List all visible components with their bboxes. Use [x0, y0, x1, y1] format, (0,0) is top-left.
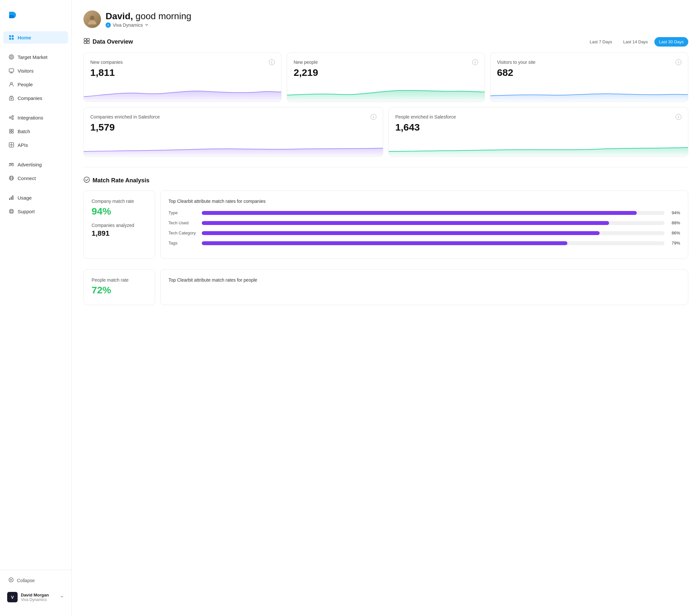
page-title: David, good morning [105, 11, 191, 22]
chart-people-sf [389, 137, 688, 156]
bar-row: Tech Used 88% [168, 220, 680, 225]
chart-new-companies [84, 82, 281, 102]
sidebar-item-visitors[interactable]: Visitors [3, 64, 68, 77]
bar-label: Tech Category [168, 231, 198, 235]
time-filter-30days[interactable]: Last 30 Days [654, 37, 688, 47]
info-icon-people-sf[interactable]: i [676, 114, 682, 120]
logo [0, 7, 71, 30]
svg-point-25 [11, 163, 12, 164]
header-avatar [84, 10, 101, 28]
time-filter-14days[interactable]: Last 14 Days [618, 37, 652, 47]
bar-pct: 88% [668, 220, 680, 225]
svg-line-19 [11, 118, 12, 118]
bar-label: Tech Used [168, 220, 198, 225]
info-icon-visitors[interactable]: i [676, 59, 682, 65]
stat-cards-row1: New companies i 1,811 [84, 52, 688, 102]
people-match-card: People match rate 72% [84, 269, 155, 305]
info-icon-new-companies[interactable]: i [269, 59, 275, 65]
sidebar-item-batch[interactable]: Batch [3, 125, 68, 137]
user-company: Viva Dynamics [21, 598, 57, 602]
sidebar-item-usage[interactable]: Usage [3, 191, 68, 204]
svg-point-26 [10, 164, 10, 164]
sidebar-item-usage-label: Usage [17, 195, 32, 201]
user-profile[interactable]: V David Morgan Viva Dynamics [3, 589, 68, 606]
svg-point-41 [90, 16, 95, 20]
company-match-value: 94% [91, 206, 147, 217]
bar-fill [202, 221, 609, 225]
stat-card-visitors: Visitors to your site i 682 [490, 52, 688, 102]
svg-point-15 [10, 117, 11, 118]
user-text: David Morgan Viva Dynamics [21, 593, 57, 602]
bar-label: Tags [168, 241, 198, 245]
stat-label-new-companies: New companies [90, 60, 123, 65]
bar-label: Type [168, 210, 198, 215]
sidebar-item-target-market[interactable]: Target Market [3, 51, 68, 63]
bar-track [202, 211, 664, 215]
advertising-icon [9, 162, 14, 167]
sidebar-bottom: Collapse V David Morgan Viva Dynamics [0, 570, 71, 609]
svg-rect-3 [9, 38, 11, 40]
svg-rect-22 [10, 131, 11, 133]
company-match-card: Company match rate 94% Companies analyze… [84, 191, 155, 259]
stat-card-new-people: New people i 2,219 [287, 52, 485, 102]
usage-icon [9, 195, 14, 201]
header-text: David, good morning Viva Dynamics [105, 11, 191, 28]
chart-companies-sf [84, 137, 383, 156]
home-icon [9, 35, 14, 40]
bar-track [202, 231, 664, 235]
sidebar-item-people[interactable]: People [3, 78, 68, 90]
info-icon-companies-sf[interactable]: i [371, 114, 376, 120]
svg-point-27 [13, 164, 14, 164]
sidebar-item-companies[interactable]: Companies [3, 92, 68, 104]
sidebar-item-support-label: Support [17, 209, 35, 214]
svg-rect-33 [12, 195, 13, 200]
sidebar-item-connect-label: Connect [17, 176, 36, 181]
svg-point-16 [12, 116, 14, 117]
people-bar-chart: Top Clearbit attribute match rates for p… [160, 269, 688, 305]
company-selector[interactable]: Viva Dynamics [105, 23, 191, 28]
info-icon-new-people[interactable]: i [472, 59, 478, 65]
bar-track [202, 241, 664, 245]
bar-pct: 94% [668, 210, 680, 215]
svg-point-17 [12, 118, 14, 120]
collapse-button[interactable]: Collapse [3, 574, 68, 587]
main-content: David, good morning Viva Dynamics [72, 0, 700, 616]
svg-rect-21 [12, 129, 13, 131]
sidebar-item-advertising[interactable]: Advertising [3, 158, 68, 171]
stat-label-people-sf: People enriched in Salesforce [395, 114, 456, 119]
company-name: Viva Dynamics [113, 23, 143, 28]
svg-rect-4 [12, 38, 14, 40]
time-filter-7days[interactable]: Last 7 Days [585, 37, 617, 47]
stat-card-new-companies: New companies i 1,811 [84, 52, 282, 102]
match-rate-icon [84, 177, 90, 184]
svg-rect-31 [9, 198, 10, 200]
stat-value-new-companies: 1,811 [90, 67, 275, 78]
sidebar-item-connect[interactable]: Connect [3, 172, 68, 184]
stat-cards-row2: Companies enriched in Salesforce i 1,579 [84, 107, 688, 157]
sidebar-item-apis-label: APIs [17, 142, 28, 148]
people-match-label: People match rate [91, 278, 147, 283]
people-match-row: People match rate 72% Top Clearbit attri… [84, 269, 688, 305]
sidebar-item-integrations[interactable]: Integrations [3, 111, 68, 124]
company-icon [105, 23, 111, 28]
company-chevron-icon [145, 23, 149, 28]
sidebar-item-people-label: People [17, 82, 33, 87]
sidebar-item-visitors-label: Visitors [17, 68, 34, 74]
sidebar-item-home[interactable]: Home [3, 31, 68, 43]
sidebar: Home Target Market Visitors [0, 0, 72, 616]
data-overview-icon [84, 38, 90, 46]
company-match-label: Company match rate [91, 198, 147, 204]
stat-label-companies-sf: Companies enriched in Salesforce [90, 114, 160, 119]
sidebar-item-home-label: Home [17, 35, 31, 40]
data-overview-title: Data Overview [84, 38, 133, 46]
bar-pct: 86% [668, 231, 680, 235]
stat-label-new-people: New people [293, 60, 318, 65]
match-rate-title: Match Rate Analysis [84, 177, 688, 184]
bar-fill [202, 241, 567, 245]
sidebar-item-apis[interactable]: APIs [3, 139, 68, 151]
visitors-icon [9, 68, 14, 74]
stat-label-visitors: Visitors to your site [497, 60, 535, 65]
people-match-value: 72% [91, 285, 147, 296]
sidebar-item-support[interactable]: Support [3, 205, 68, 218]
company-bar-chart-title: Top Clearbit attribute match rates for c… [168, 198, 680, 204]
